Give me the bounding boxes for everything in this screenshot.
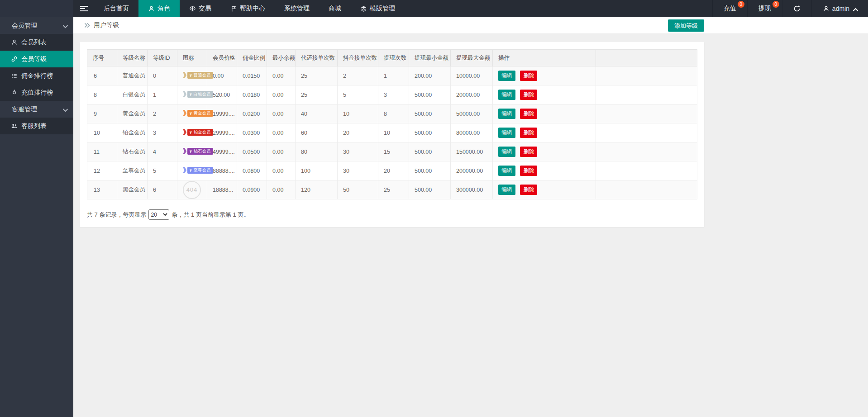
- edit-button[interactable]: 编辑: [498, 128, 515, 138]
- chevron-down-icon: [62, 107, 67, 112]
- table-row: 13 黑金会员 6 404 18888... 0.0900 0.00 120 5…: [87, 180, 697, 199]
- col-withdraw-times: 提现次数: [378, 50, 409, 66]
- cell-level-name: 黄金会员: [117, 104, 148, 123]
- badge-arrow-icon: [183, 129, 186, 135]
- admin-user-menu[interactable]: admin: [811, 0, 868, 17]
- admin-username: admin: [832, 5, 849, 12]
- cell-level-id: 2: [148, 104, 177, 123]
- delete-button[interactable]: 删除: [520, 147, 537, 157]
- table-row: 11 钻石会员 4 V钻石会员 49999.... 0.0500 0.00 80…: [87, 142, 697, 161]
- cell-seq: 9: [87, 104, 117, 123]
- broken-image-404: 404: [183, 181, 201, 199]
- cell-withdraw-times: 20: [378, 161, 409, 180]
- edit-button[interactable]: 编辑: [498, 90, 515, 100]
- col-seq: 序号: [87, 50, 117, 66]
- delete-button[interactable]: 删除: [520, 166, 537, 176]
- cell-level-id: 1: [148, 85, 177, 104]
- delete-button[interactable]: 删除: [520, 90, 537, 100]
- cell-repay-orders: 100: [296, 161, 338, 180]
- cell-seq: 11: [87, 142, 117, 161]
- nav-item-system[interactable]: 系统管理: [275, 0, 319, 17]
- cell-douyin-orders: 30: [338, 142, 378, 161]
- nav-item-roles[interactable]: 角色: [138, 0, 180, 17]
- nav-item-label: 商城: [329, 5, 341, 13]
- top-navbar: 后台首页 角色 交易 帮助中心 系统管理 商城 模版管理 充值 0: [0, 0, 868, 17]
- col-level-id: 等级ID: [148, 50, 177, 66]
- refresh-button[interactable]: [782, 0, 811, 17]
- sidebar-item-service-list[interactable]: 客服列表: [0, 118, 73, 134]
- edit-button[interactable]: 编辑: [498, 109, 515, 119]
- sidebar-item-commission-ranking[interactable]: 佣金排行榜: [0, 67, 73, 84]
- page-size-select[interactable]: 20: [148, 209, 169, 220]
- cell-douyin-orders: 10: [338, 104, 378, 123]
- edit-button[interactable]: 编辑: [498, 71, 515, 81]
- table-card: 序号 等级名称 等级ID 图标 会员价格 佣金比例 最小余额 代还接单次数 抖音…: [80, 42, 704, 227]
- sidebar-group-label: 客服管理: [12, 105, 37, 114]
- col-actions: 操作: [493, 50, 596, 66]
- sidebar-toggle-button[interactable]: [73, 0, 94, 17]
- cell-commission-rate: 0.0180: [237, 85, 267, 104]
- cell-repay-orders: 40: [296, 104, 338, 123]
- cell-min-balance: 0.00: [267, 66, 296, 85]
- level-badge: V黄金会员: [183, 110, 213, 117]
- cell-seq: 12: [87, 161, 117, 180]
- sidebar-group-service-management[interactable]: 客服管理: [0, 101, 73, 118]
- ranking-list-icon: [11, 72, 18, 79]
- link-icon: [11, 56, 18, 62]
- chevron-down-icon: [62, 23, 67, 28]
- cell-seq: 6: [87, 66, 117, 85]
- cell-actions: 编辑 删除: [493, 66, 596, 85]
- level-badge: V至尊会员: [183, 167, 213, 174]
- nav-item-label: 模版管理: [370, 5, 395, 13]
- withdraw-label: 提现: [758, 5, 771, 13]
- cell-withdraw-min: 500.00: [409, 161, 451, 180]
- edit-button[interactable]: 编辑: [498, 166, 515, 176]
- page-body: 序号 等级名称 等级ID 图标 会员价格 佣金比例 最小余额 代还接单次数 抖音…: [73, 34, 868, 227]
- nav-item-label: 角色: [157, 5, 170, 13]
- nav-item-home[interactable]: 后台首页: [94, 0, 138, 17]
- edit-button[interactable]: 编辑: [498, 185, 515, 195]
- cell-level-name: 黑金会员: [117, 180, 148, 199]
- page-title: 用户等级: [94, 21, 119, 29]
- nav-item-mall[interactable]: 商城: [319, 0, 351, 17]
- cell-repay-orders: 60: [296, 123, 338, 142]
- sidebar-item-member-list[interactable]: 会员列表: [0, 34, 73, 51]
- breadcrumb-bar: 用户等级 添加等级: [73, 17, 868, 34]
- sidebar-group-member-management[interactable]: 会员管理: [0, 17, 73, 34]
- cell-min-balance: 0.00: [267, 180, 296, 199]
- cell-filler: [596, 85, 697, 104]
- sidebar-item-member-level[interactable]: 会员等级: [0, 51, 73, 67]
- add-level-button[interactable]: 添加等级: [668, 19, 704, 32]
- col-withdraw-min: 提现最小金额: [409, 50, 451, 66]
- cell-douyin-orders: 2: [338, 66, 378, 85]
- table-body: 6 普通会员 0 V普通会员 0.00 0.0150 0.00 25 2 1 2…: [87, 66, 697, 199]
- level-badge: V铂金会员: [183, 129, 213, 136]
- cell-filler: [596, 161, 697, 180]
- nav-item-templates[interactable]: 模版管理: [351, 0, 405, 17]
- nav-right-group: 充值 0 提现 0 admin: [712, 0, 868, 17]
- cell-commission-rate: 0.0900: [237, 180, 267, 199]
- delete-button[interactable]: 删除: [520, 128, 537, 138]
- nav-item-help-center[interactable]: 帮助中心: [221, 0, 275, 17]
- badge-arrow-icon: [183, 148, 186, 154]
- nav-item-label: 系统管理: [284, 5, 310, 13]
- recharge-button[interactable]: 充值 0: [712, 0, 747, 17]
- cell-filler: [596, 66, 697, 85]
- cell-douyin-orders: 50: [338, 180, 378, 199]
- col-min-balance: 最小余额: [267, 50, 296, 66]
- cell-filler: [596, 123, 697, 142]
- delete-button[interactable]: 删除: [520, 185, 537, 195]
- sidebar-item-recharge-ranking[interactable]: 充值排行榜: [0, 84, 73, 101]
- nav-item-trade[interactable]: 交易: [180, 0, 221, 17]
- delete-button[interactable]: 删除: [520, 71, 537, 81]
- layers-icon: [360, 5, 367, 12]
- withdraw-button[interactable]: 提现 0: [747, 0, 782, 17]
- edit-button[interactable]: 编辑: [498, 147, 515, 157]
- cell-min-balance: 0.00: [267, 104, 296, 123]
- delete-button[interactable]: 删除: [520, 109, 537, 119]
- withdraw-count-badge: 0: [773, 1, 779, 8]
- col-filler: [596, 50, 697, 66]
- cell-commission-rate: 0.0150: [237, 66, 267, 85]
- cell-douyin-orders: 5: [338, 85, 378, 104]
- cell-withdraw-max: 50000.00: [451, 104, 493, 123]
